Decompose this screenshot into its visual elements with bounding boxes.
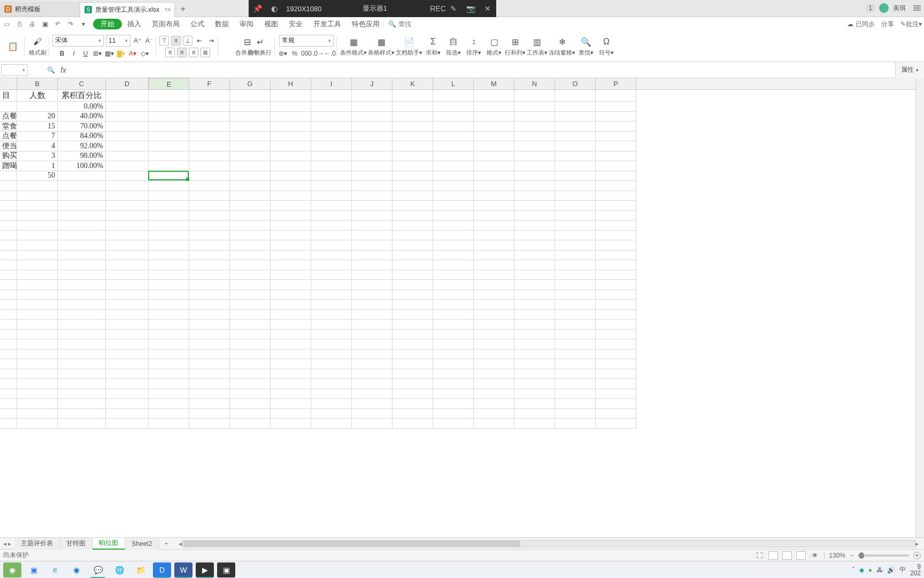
- col-header-K[interactable]: K: [392, 78, 433, 89]
- cell[interactable]: [514, 171, 555, 181]
- cell[interactable]: [0, 290, 17, 300]
- align-left-button[interactable]: ≡: [165, 48, 175, 57]
- cell-style-button[interactable]: ▦▾: [104, 49, 114, 58]
- cell[interactable]: [271, 220, 311, 231]
- cell[interactable]: [106, 112, 149, 122]
- cell[interactable]: [230, 349, 271, 360]
- cell[interactable]: [392, 369, 433, 379]
- cell[interactable]: [555, 260, 596, 270]
- cell[interactable]: [230, 270, 271, 280]
- cell[interactable]: [230, 171, 271, 181]
- decrease-decimal-button[interactable]: ←.0: [325, 49, 335, 58]
- cell[interactable]: [189, 310, 230, 320]
- cell[interactable]: [596, 141, 636, 151]
- cell[interactable]: [311, 270, 352, 280]
- cell[interactable]: [230, 320, 271, 330]
- cell[interactable]: [271, 240, 311, 250]
- cell[interactable]: [514, 181, 555, 191]
- cell[interactable]: [106, 220, 149, 231]
- cell[interactable]: 点餐: [0, 112, 17, 122]
- cell[interactable]: [433, 201, 474, 211]
- cell[interactable]: [555, 90, 596, 102]
- cell[interactable]: [392, 132, 433, 142]
- col-header-M[interactable]: M: [474, 78, 514, 89]
- cell[interactable]: [271, 359, 311, 369]
- cell[interactable]: [352, 132, 392, 142]
- cell[interactable]: [555, 419, 596, 429]
- cell[interactable]: [352, 419, 392, 429]
- cell[interactable]: [189, 280, 230, 290]
- cell[interactable]: [149, 250, 189, 261]
- cell[interactable]: [392, 330, 433, 340]
- cell[interactable]: [17, 300, 58, 310]
- properties-panel-button[interactable]: 属性 ▾: [895, 62, 924, 78]
- cell[interactable]: [0, 339, 17, 349]
- cell[interactable]: [106, 399, 149, 409]
- cell[interactable]: [189, 250, 230, 261]
- cell[interactable]: [0, 240, 17, 250]
- tab-template-store[interactable]: D 稻壳模板: [0, 2, 80, 17]
- cell[interactable]: [271, 201, 311, 211]
- cell[interactable]: [17, 369, 58, 379]
- column-headers[interactable]: BCDEFGHIJKLMNOP: [0, 78, 915, 90]
- cell[interactable]: [230, 191, 271, 201]
- cell[interactable]: [311, 419, 352, 429]
- menu-icon[interactable]: [913, 5, 921, 11]
- cell[interactable]: [392, 231, 433, 241]
- cell[interactable]: [106, 90, 149, 102]
- cell[interactable]: [58, 220, 106, 231]
- cell[interactable]: [555, 151, 596, 162]
- cell[interactable]: [311, 320, 352, 330]
- fx-icon[interactable]: fx: [60, 66, 66, 74]
- cell[interactable]: [189, 161, 230, 171]
- increase-decimal-button[interactable]: .0→: [313, 49, 323, 58]
- cell[interactable]: [596, 121, 636, 132]
- tab-close-icon[interactable]: ×: [167, 5, 171, 14]
- cell[interactable]: [555, 349, 596, 360]
- cell[interactable]: [106, 389, 149, 399]
- cell[interactable]: [311, 250, 352, 261]
- cell[interactable]: [514, 310, 555, 320]
- cell[interactable]: [189, 320, 230, 330]
- cell[interactable]: [596, 132, 636, 142]
- cell[interactable]: [514, 151, 555, 162]
- cell[interactable]: [17, 211, 58, 221]
- cell[interactable]: [352, 250, 392, 261]
- horizontal-scrollbar[interactable]: ◂ ▸: [179, 540, 919, 547]
- cell[interactable]: [189, 349, 230, 360]
- cell[interactable]: [230, 399, 271, 409]
- cell[interactable]: [596, 240, 636, 250]
- border-button[interactable]: ⊞▾: [93, 49, 102, 58]
- menu-data[interactable]: 数据: [210, 17, 234, 31]
- cell[interactable]: [514, 270, 555, 280]
- cell[interactable]: [392, 161, 433, 171]
- tray-network-icon[interactable]: 🖧: [876, 566, 883, 574]
- cell[interactable]: [17, 379, 58, 389]
- font-size-select[interactable]: 11▾: [106, 35, 130, 47]
- cell[interactable]: [433, 290, 474, 300]
- cell[interactable]: [58, 280, 106, 290]
- cell[interactable]: [0, 191, 17, 201]
- cell[interactable]: [106, 211, 149, 221]
- cell[interactable]: [311, 260, 352, 270]
- fill-color-button[interactable]: ▇▾: [116, 49, 126, 58]
- cell[interactable]: [392, 379, 433, 389]
- menu-page-layout[interactable]: 页面布局: [147, 17, 185, 31]
- cell[interactable]: [352, 240, 392, 250]
- cell[interactable]: [596, 290, 636, 300]
- start-button[interactable]: ◉: [3, 562, 21, 577]
- cell[interactable]: [58, 290, 106, 300]
- menu-review[interactable]: 审阅: [234, 17, 259, 31]
- cell[interactable]: [230, 220, 271, 231]
- cell[interactable]: [474, 260, 514, 270]
- cell[interactable]: [596, 211, 636, 221]
- cell[interactable]: [230, 112, 271, 122]
- cell[interactable]: [149, 151, 189, 162]
- cell[interactable]: [555, 161, 596, 171]
- sheet-tab-Sheet2[interactable]: Sheet2: [125, 538, 159, 550]
- cell[interactable]: [189, 201, 230, 211]
- tray-chevron-icon[interactable]: ˄: [852, 566, 855, 574]
- cell[interactable]: [474, 330, 514, 340]
- cell[interactable]: [555, 399, 596, 409]
- cell[interactable]: [474, 270, 514, 280]
